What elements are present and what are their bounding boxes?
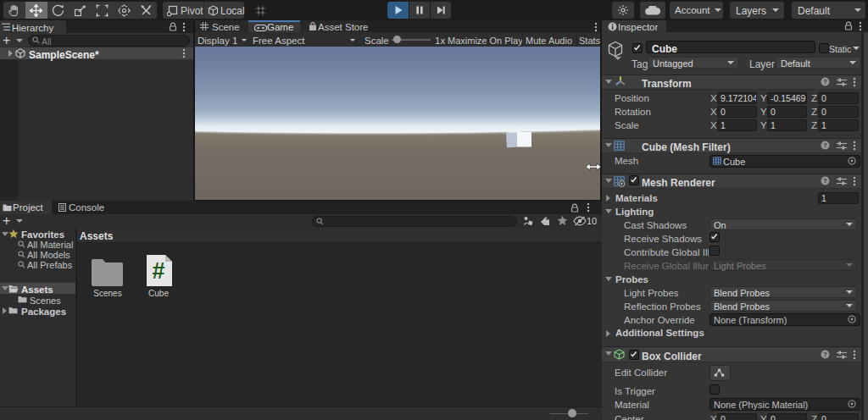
- svg-text:?: ?: [823, 351, 827, 358]
- svg-text:?: ?: [823, 177, 827, 185]
- svg-text:?: ?: [823, 78, 827, 86]
- svg-text:#: #: [152, 258, 164, 284]
- svg-text:?: ?: [823, 141, 827, 149]
